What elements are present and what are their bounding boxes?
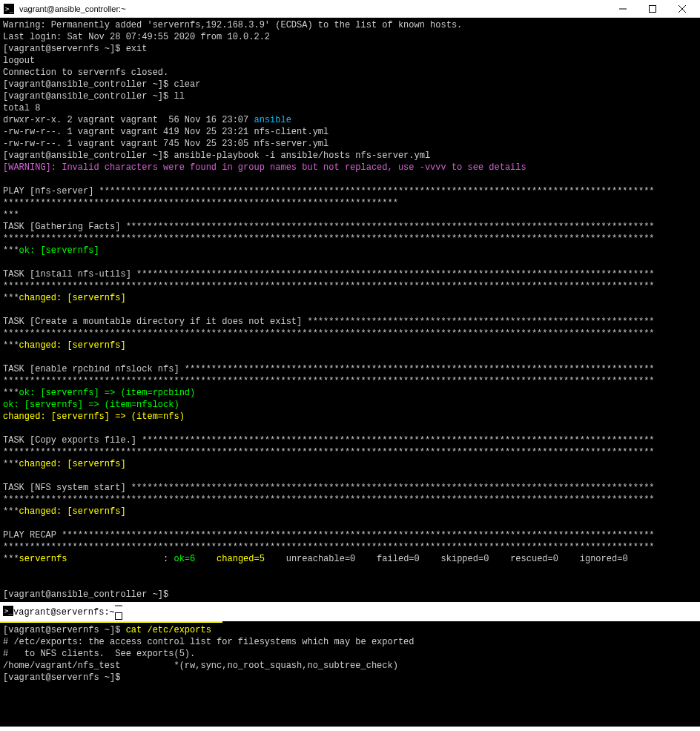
titlebar-1[interactable]: >_ vagrant@ansible_controller:~ bbox=[0, 0, 700, 18]
terminal-line bbox=[3, 517, 697, 529]
terminal-line: Warning: Permanently added 'servernfs,19… bbox=[3, 19, 697, 31]
titlebar-2[interactable]: >_ vagrant@servernfs:~ bbox=[0, 603, 700, 621]
text-segment: [vagrant@ansible_controller ~]$ bbox=[3, 589, 168, 600]
text-segment: ****************************************… bbox=[3, 328, 655, 339]
maximize-button[interactable] bbox=[638, 0, 667, 18]
terminal-line: ****************************************… bbox=[3, 446, 697, 458]
text-segment: ok: [servernfs] => (item=rpcbind) bbox=[19, 388, 196, 398]
terminal-line: /home/vagrant/nfs_test *(rw,sync,no_root… bbox=[3, 660, 697, 672]
terminal-line: ****************************************… bbox=[3, 197, 697, 209]
text-segment: ****************************************… bbox=[3, 542, 655, 552]
text-segment bbox=[3, 471, 8, 481]
text-segment bbox=[3, 257, 8, 268]
terminal-line: *** bbox=[3, 209, 697, 221]
text-segment bbox=[3, 423, 8, 434]
terminal-line bbox=[3, 577, 697, 589]
terminal-line: [vagrant@ansible_controller ~]$ ll bbox=[3, 90, 697, 102]
text-segment: [WARNING]: Invalid characters were found… bbox=[3, 162, 526, 173]
terminal-line: ***changed: [servernfs] bbox=[3, 340, 697, 351]
close-button[interactable] bbox=[667, 0, 697, 18]
terminal-line: -rw-rw-r--. 1 vagrant vagrant 419 Nov 25… bbox=[3, 126, 697, 138]
text-segment: changed: [servernfs] bbox=[19, 459, 126, 469]
text-segment: changed: [servernfs] bbox=[19, 506, 126, 517]
terminal-line: -rw-rw-r--. 1 vagrant vagrant 745 Nov 25… bbox=[3, 138, 697, 150]
terminal-line: ***ok: [servernfs] bbox=[3, 245, 697, 257]
terminal-line bbox=[3, 565, 697, 577]
svg-text:>_: >_ bbox=[4, 607, 13, 615]
terminal-line: TASK [Gathering Facts] *****************… bbox=[3, 221, 697, 233]
text-segment: # to NFS clients. See exports(5). bbox=[3, 649, 195, 659]
terminal-line: drwxr-xr-x. 2 vagrant vagrant 56 Nov 16 … bbox=[3, 114, 697, 126]
terminal-icon: >_ bbox=[3, 3, 15, 15]
terminal-line: # to NFS clients. See exports(5). bbox=[3, 648, 697, 660]
text-segment: Last login: Sat Nov 28 07:49:55 2020 fro… bbox=[3, 32, 270, 42]
terminal-line: logout bbox=[3, 55, 697, 67]
text-segment: [vagrant@ansible_controller ~]$ ansible-… bbox=[3, 150, 430, 161]
text-segment: [vagrant@ansible_controller ~]$ clear bbox=[3, 79, 200, 90]
terminal-window-1: >_ vagrant@ansible_controller:~ Warning:… bbox=[0, 0, 700, 602]
terminal-line bbox=[3, 423, 697, 434]
text-segment: changed: [servernfs] bbox=[19, 340, 126, 351]
text-segment: TASK [Copy exports file.] **************… bbox=[3, 435, 655, 446]
text-segment: *** bbox=[3, 459, 19, 469]
text-segment: Warning: Permanently added 'servernfs,19… bbox=[3, 20, 462, 30]
terminal-line: changed: [servernfs] => (item=nfs) bbox=[3, 411, 697, 423]
window-title-2: vagrant@servernfs:~ bbox=[13, 607, 115, 618]
text-segment: [vagrant@servernfs ~]$ bbox=[3, 625, 126, 635]
terminal-line bbox=[3, 304, 697, 316]
text-segment: TASK [install nfs-utils] ***************… bbox=[3, 269, 655, 280]
terminal-line: Last login: Sat Nov 28 07:49:55 2020 fro… bbox=[3, 31, 697, 43]
text-segment: unreachable=0 failed=0 skipped=0 rescued… bbox=[281, 554, 628, 564]
text-segment: *** bbox=[3, 340, 19, 351]
terminal-line: ok: [servernfs] => (item=nfslock) bbox=[3, 399, 697, 411]
terminal-line: ***servernfs : ok=6 changed=5 unreachabl… bbox=[3, 553, 697, 565]
text-segment: PLAY [nfs-server] **********************… bbox=[3, 186, 655, 196]
terminal-output-2[interactable]: [vagrant@servernfs ~]$ cat /etc/exports#… bbox=[0, 623, 700, 727]
terminal-line: [vagrant@ansible_controller ~]$ bbox=[3, 589, 697, 601]
text-segment: ****************************************… bbox=[3, 447, 655, 457]
terminal-line: [vagrant@servernfs ~]$ exit bbox=[3, 43, 697, 55]
terminal-output-1[interactable]: Warning: Permanently added 'servernfs,19… bbox=[0, 18, 700, 602]
text-segment: cat /etc/exports bbox=[126, 625, 211, 635]
terminal-line: total 8 bbox=[3, 102, 697, 114]
terminal-line bbox=[3, 173, 697, 185]
text-segment: *** bbox=[3, 554, 19, 564]
terminal-line: # /etc/exports: the access control list … bbox=[3, 636, 697, 648]
terminal-line: [vagrant@servernfs ~]$ cat /etc/exports bbox=[3, 624, 697, 636]
maximize-button[interactable] bbox=[115, 612, 122, 623]
text-segment bbox=[3, 305, 8, 315]
svg-rect-3 bbox=[650, 5, 656, 12]
terminal-line: [vagrant@ansible_controller ~]$ ansible-… bbox=[3, 150, 697, 162]
terminal-line bbox=[3, 470, 697, 482]
text-segment bbox=[3, 578, 8, 588]
text-segment: -rw-rw-r--. 1 vagrant vagrant 419 Nov 25… bbox=[3, 127, 328, 137]
text-segment: *** bbox=[3, 245, 19, 256]
minimize-button[interactable] bbox=[608, 0, 638, 18]
text-segment: TASK [Gathering Facts] *****************… bbox=[3, 222, 655, 232]
terminal-window-2: >_ vagrant@servernfs:~ [vagrant@servernf… bbox=[0, 603, 700, 727]
text-segment: *** bbox=[3, 293, 19, 303]
svg-rect-9 bbox=[115, 613, 122, 620]
terminal-line: ****************************************… bbox=[3, 328, 697, 340]
terminal-icon: >_ bbox=[3, 606, 13, 619]
text-segment: changed: [servernfs] => (item=nfs) bbox=[3, 411, 185, 422]
terminal-line: PLAY RECAP *****************************… bbox=[3, 529, 697, 541]
terminal-line: Connection to servernfs closed. bbox=[3, 67, 697, 79]
terminal-line: ***changed: [servernfs] bbox=[3, 506, 697, 517]
terminal-line: TASK [enable rpcbind nfslock nfs] ******… bbox=[3, 363, 697, 375]
text-segment: *** bbox=[3, 210, 19, 220]
window-controls-2 bbox=[115, 602, 122, 623]
text-segment: ****************************************… bbox=[3, 376, 655, 386]
terminal-line: TASK [Create a mountable directory if it… bbox=[3, 316, 697, 328]
terminal-line: PLAY [nfs-server] **********************… bbox=[3, 185, 697, 197]
text-segment: ****************************************… bbox=[3, 234, 655, 244]
text-segment: total 8 bbox=[3, 103, 40, 113]
terminal-line: [vagrant@servernfs ~]$ bbox=[3, 672, 697, 684]
text-segment: changed: [servernfs] bbox=[19, 293, 126, 303]
text-segment: [vagrant@ansible_controller ~]$ ll bbox=[3, 91, 185, 102]
terminal-line: TASK [Copy exports file.] **************… bbox=[3, 434, 697, 446]
terminal-line: ***changed: [servernfs] bbox=[3, 458, 697, 470]
minimize-button[interactable] bbox=[115, 602, 122, 612]
text-segment bbox=[211, 554, 217, 564]
window-controls-1 bbox=[608, 0, 697, 18]
